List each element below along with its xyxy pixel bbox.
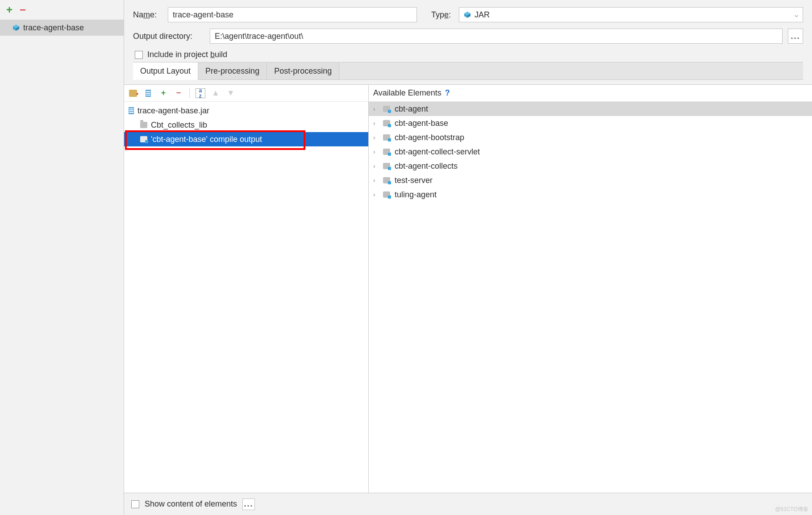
type-select[interactable]: JAR ⌵ (459, 7, 803, 22)
module-output-icon (140, 136, 147, 142)
jar-icon (464, 11, 471, 18)
tree-label: trace-agent-base.jar (137, 106, 209, 116)
sort-button[interactable]: az (195, 88, 206, 99)
expander-icon[interactable]: › (373, 162, 379, 170)
module-icon (383, 177, 390, 183)
show-content-checkbox[interactable] (131, 500, 139, 508)
show-content-configure-button[interactable]: ... (242, 498, 255, 510)
show-content-label: Show content of elements (145, 499, 237, 509)
expander-icon[interactable]: › (373, 191, 379, 198)
available-item-label: cbt-agent (395, 104, 428, 114)
available-item-label: cbt-agent-collects (395, 162, 458, 171)
move-down-button[interactable]: ▼ (225, 88, 236, 99)
add-artifact-button[interactable]: + (3, 3, 16, 17)
available-item-label: cbt-agent-bootstrap (395, 133, 464, 142)
module-icon (383, 191, 390, 198)
type-label: Type: (431, 10, 454, 20)
artifact-item-trace-agent-base[interactable]: trace-agent-base (0, 20, 124, 36)
output-layout-panel: + − az ▲ ▼ trace-agent-base.jar (124, 85, 369, 493)
include-in-build-label: Include in project build (147, 50, 227, 59)
module-icon (383, 149, 390, 155)
bottom-bar: Show content of elements ... (124, 493, 812, 515)
folder-icon (140, 122, 147, 128)
available-item-cbt-agent-bootstrap[interactable]: › cbt-agent-bootstrap (369, 130, 812, 145)
module-icon (383, 106, 390, 112)
available-item-test-server[interactable]: › test-server (369, 173, 812, 187)
tree-compile-output[interactable]: 'cbt-agent-base' compile output (124, 132, 368, 146)
jar-icon (12, 24, 20, 31)
module-icon (383, 163, 390, 169)
output-directory-input[interactable] (210, 29, 783, 44)
module-icon (383, 134, 390, 141)
help-icon[interactable]: ? (445, 88, 450, 98)
available-elements-label: Available Elements (373, 88, 441, 98)
name-input[interactable] (168, 7, 417, 22)
tree-label: Cbt_collects_lib (151, 120, 207, 130)
tree-root-archive[interactable]: trace-agent-base.jar (124, 104, 368, 118)
tab-post-processing[interactable]: Post-processing (267, 62, 339, 79)
available-item-cbt-agent[interactable]: › cbt-agent (369, 102, 812, 116)
new-folder-button[interactable] (128, 88, 138, 99)
new-archive-button[interactable] (143, 88, 154, 99)
separator (189, 88, 190, 98)
expander-icon[interactable]: › (373, 134, 379, 141)
remove-button[interactable]: − (173, 88, 184, 99)
artifacts-sidebar: + − trace-agent-base (0, 0, 124, 515)
artifact-editor: Name: Type: JAR ⌵ Output directory: (124, 0, 812, 515)
artifact-item-label: trace-agent-base (23, 23, 84, 33)
available-elements-tree[interactable]: › cbt-agent › cbt-agent-base › cb (369, 102, 812, 493)
remove-artifact-button[interactable]: − (16, 3, 29, 17)
available-item-label: cbt-agent-collect-servlet (395, 147, 480, 157)
type-value: JAR (475, 10, 490, 20)
tab-output-layout[interactable]: Output Layout (133, 62, 198, 80)
layout-toolbar: + − az ▲ ▼ (124, 85, 368, 102)
tab-pre-processing[interactable]: Pre-processing (198, 62, 267, 79)
tree-folder-lib[interactable]: Cbt_collects_lib (124, 118, 368, 132)
expander-icon[interactable]: › (373, 105, 379, 112)
available-item-label: test-server (395, 176, 433, 185)
module-icon (383, 120, 390, 126)
archive-icon (129, 107, 134, 114)
available-elements-panel: Available Elements ? › cbt-agent › cbt-a… (369, 85, 812, 493)
available-item-cbt-agent-collects[interactable]: › cbt-agent-collects (369, 159, 812, 173)
include-in-build-checkbox[interactable] (135, 51, 143, 59)
tree-label: 'cbt-agent-base' compile output (151, 135, 262, 144)
sidebar-toolbar: + − (0, 0, 124, 20)
expander-icon[interactable]: › (373, 177, 379, 184)
tab-bar: Output Layout Pre-processing Post-proces… (133, 62, 803, 80)
output-directory-label: Output directory: (133, 32, 204, 41)
available-item-label: tuling-agent (395, 190, 437, 199)
browse-output-directory-button[interactable]: ... (788, 29, 803, 44)
available-item-tuling-agent[interactable]: › tuling-agent (369, 187, 812, 202)
name-label: Name: (133, 10, 162, 20)
available-item-cbt-agent-base[interactable]: › cbt-agent-base (369, 116, 812, 130)
artifact-list: trace-agent-base (0, 20, 124, 515)
available-item-cbt-agent-collect-servlet[interactable]: › cbt-agent-collect-servlet (369, 145, 812, 159)
expander-icon[interactable]: › (373, 148, 379, 155)
expander-icon[interactable]: › (373, 120, 379, 127)
available-item-label: cbt-agent-base (395, 119, 448, 128)
output-layout-tree[interactable]: trace-agent-base.jar Cbt_collects_lib 'c… (124, 102, 368, 493)
chevron-down-icon: ⌵ (795, 11, 798, 18)
watermark: @51CTO博客 (775, 506, 808, 513)
add-copy-button[interactable]: + (158, 88, 169, 99)
move-up-button[interactable]: ▲ (210, 88, 221, 99)
